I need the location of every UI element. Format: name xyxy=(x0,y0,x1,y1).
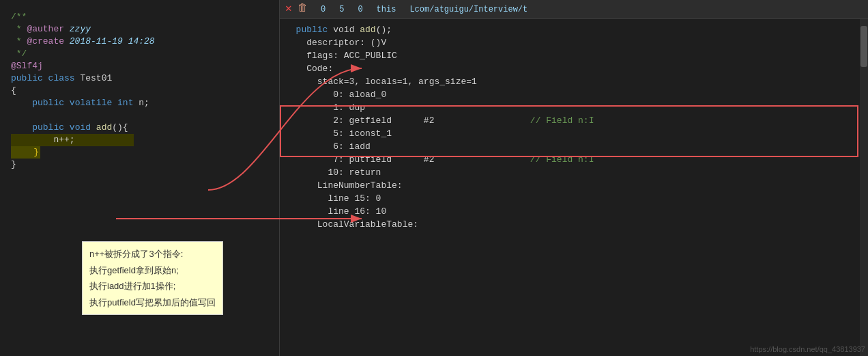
code-line-close-class: } xyxy=(11,159,279,171)
header-col-5: 5 xyxy=(339,5,344,14)
bytecode-header: 0 5 0 this Lcom/atguigu/Interview/t xyxy=(280,0,868,19)
code-line-comment-end: */ xyxy=(11,48,279,60)
code-line-open-brace: { xyxy=(11,85,279,97)
header-col-0: 0 xyxy=(321,5,326,14)
bc-line-lnt-16: line 16: 10 xyxy=(285,205,863,218)
left-code-panel: /** * @auther zzyy * @create 2018-11-19 … xyxy=(0,0,280,356)
bc-line-1: 1: dup xyxy=(285,101,863,114)
code-line-method: public void add(){ xyxy=(11,122,279,134)
code-line-slf4j: @Slf4j xyxy=(11,60,279,72)
scrollbar-thumb[interactable] xyxy=(860,26,867,67)
bc-line-lnt-15: line 15: 0 xyxy=(285,192,863,205)
bc-line-5: 5: iconst_1 xyxy=(285,127,863,140)
code-line-comment1: /** xyxy=(11,11,279,23)
bc-line-0: 0: aload_0 xyxy=(285,88,863,101)
tooltip-box: n++被拆分成了3个指令: 执行getfield拿到原始n; 执行iadd进行加… xyxy=(82,241,223,315)
bytecode-content: public void add(); descriptor: ()V flags… xyxy=(280,19,868,235)
bc-line-flags: flags: ACC_PUBLIC xyxy=(285,49,863,62)
bc-line-lnt: LineNumberTable: xyxy=(285,179,863,192)
watermark: https://blog.csdn.net/qq_43813937 xyxy=(750,345,865,353)
scrollbar[interactable] xyxy=(860,19,868,356)
bc-line-10: 10: return xyxy=(285,166,863,179)
code-line-create: * @create 2018-11-19 14:28 xyxy=(11,36,279,48)
code-line-body: n++; xyxy=(11,134,134,146)
close-icon[interactable]: ✕ xyxy=(285,1,292,15)
header-col-this: this xyxy=(377,5,396,14)
bc-line-descriptor: descriptor: ()V xyxy=(285,36,863,49)
code-line-close-method: } xyxy=(11,146,279,159)
header-col-class: Lcom/atguigu/Interview/t xyxy=(409,5,527,14)
header-col-0b: 0 xyxy=(358,5,362,14)
code-line-blank xyxy=(11,109,279,122)
tooltip-line2: 执行getfield拿到原始n; xyxy=(89,262,216,278)
code-line-auther: * @auther zzyy xyxy=(11,23,279,36)
bc-line-lvt: LocalVariableTable: xyxy=(285,218,863,231)
tooltip-line3: 执行iadd进行加1操作; xyxy=(89,278,216,294)
bc-line-method-decl: public void add(); xyxy=(285,23,863,36)
bc-line-code: Code: xyxy=(285,62,863,75)
tooltip-line4: 执行putfield写把累加后的值写回 xyxy=(89,295,216,310)
tooltip-line1: n++被拆分成了3个指令: xyxy=(89,246,216,262)
bc-line-2: 2: getfield #2 // Field n:I xyxy=(285,114,863,127)
bc-line-7: 7: putfield #2 // Field n:I xyxy=(285,153,863,166)
code-line-field: public volatile int n; xyxy=(11,97,279,109)
delete-icon[interactable]: 🗑 xyxy=(298,2,308,14)
bc-line-stack: stack=3, locals=1, args_size=1 xyxy=(285,75,863,88)
code-line-class: public class Test01 xyxy=(11,72,279,85)
bc-line-6: 6: iadd xyxy=(285,140,863,153)
right-code-panel: ✕ 🗑 0 5 0 this Lcom/atguigu/Interview/t … xyxy=(280,0,868,356)
